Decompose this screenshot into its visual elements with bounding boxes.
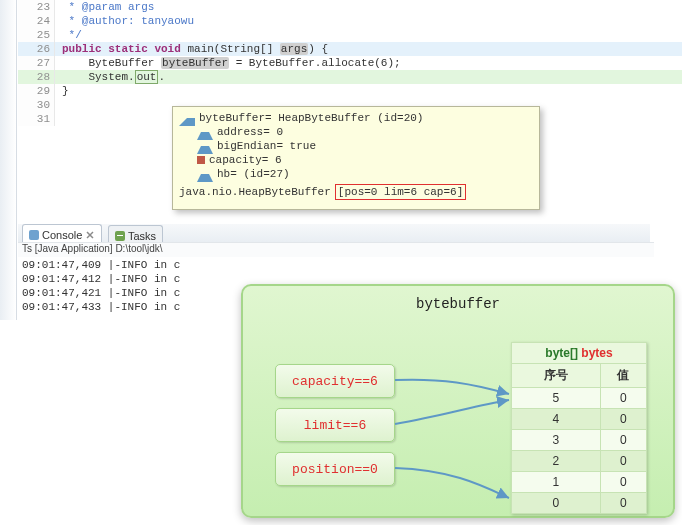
expand-triangle-icon[interactable] bbox=[179, 110, 195, 126]
field-triangle-icon bbox=[197, 138, 213, 154]
tooltip-footer: java.nio.HeapByteBuffer[pos=0 lim=6 cap=… bbox=[179, 185, 533, 199]
tooltip-field: address= 0 bbox=[179, 125, 533, 139]
tooltip-field: bigEndian= true bbox=[179, 139, 533, 153]
tab-console[interactable]: Console bbox=[22, 224, 102, 243]
line-number-gutter: 23 24 25 26 27 28 29 30 31 bbox=[18, 0, 55, 126]
tooltip-header: byteBuffer= HeapByteBuffer (id=20) bbox=[179, 111, 533, 125]
table-row: 20 bbox=[512, 451, 647, 472]
tooltip-field: capacity= 6 bbox=[179, 153, 533, 167]
table-row: 10 bbox=[512, 472, 647, 493]
console-subheader: Ts [Java Application] D:\tool\jdk\ bbox=[18, 242, 654, 257]
debug-tooltip[interactable]: byteBuffer= HeapByteBuffer (id=20) addre… bbox=[172, 106, 540, 210]
tab-label: Console bbox=[42, 229, 82, 241]
field-triangle-icon bbox=[197, 166, 213, 182]
diagram-title: bytebuffer bbox=[243, 296, 673, 312]
tab-label: Tasks bbox=[128, 230, 156, 242]
table-row: 50 bbox=[512, 388, 647, 409]
breakpoint-line[interactable]: System.out. bbox=[62, 70, 676, 84]
view-tab-bar: Console Tasks bbox=[18, 224, 650, 243]
table-row: 40 bbox=[512, 409, 647, 430]
table-row: 00 bbox=[512, 493, 647, 514]
field-square-icon bbox=[197, 156, 205, 164]
bytes-table: byte[] bytes 序号 值 50 40 30 20 10 00 bbox=[511, 342, 647, 514]
table-col-header: 序号 bbox=[512, 364, 601, 388]
bytebuffer-diagram: bytebuffer capacity==6 limit==6 position… bbox=[241, 284, 675, 518]
chip-position: position==0 bbox=[275, 452, 395, 486]
current-line[interactable]: public static void main(String[] args) { bbox=[62, 42, 676, 56]
tooltip-field: hb= (id=27) bbox=[179, 167, 533, 181]
chip-capacity: capacity==6 bbox=[275, 364, 395, 398]
close-icon[interactable] bbox=[85, 230, 95, 240]
tooltip-highlight-box: [pos=0 lim=6 cap=6] bbox=[335, 184, 466, 200]
javadoc-line: */ bbox=[62, 29, 82, 41]
console-line: 09:01:47,409 |-INFO in c bbox=[22, 258, 654, 272]
tasks-icon bbox=[115, 231, 125, 241]
javadoc-line: * @param args bbox=[62, 1, 154, 13]
table-col-header: 值 bbox=[600, 364, 646, 388]
chip-limit: limit==6 bbox=[275, 408, 395, 442]
table-row: 30 bbox=[512, 430, 647, 451]
ide-left-gutter-strip bbox=[0, 0, 17, 320]
console-icon bbox=[29, 230, 39, 240]
code-line[interactable]: } bbox=[62, 84, 676, 98]
code-line[interactable]: ByteBuffer byteBuffer = ByteBuffer.alloc… bbox=[62, 56, 676, 70]
javadoc-line: * @author: tanyaowu bbox=[62, 15, 194, 27]
